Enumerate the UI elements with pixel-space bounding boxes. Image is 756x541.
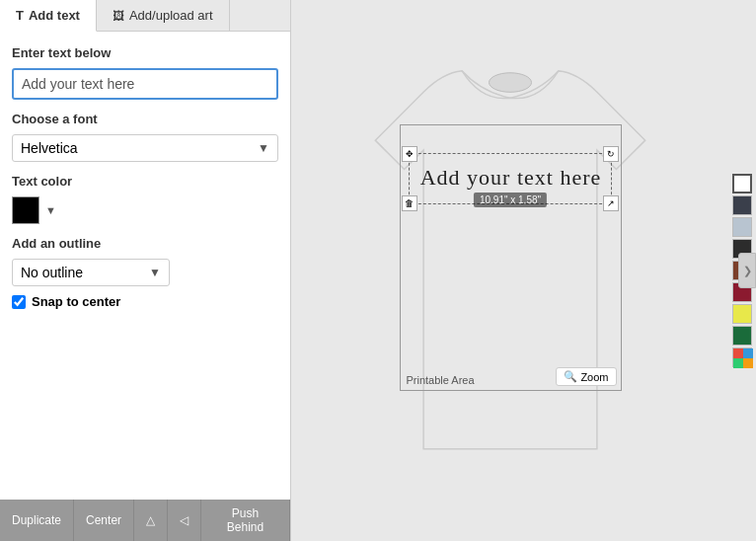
- action-bar: Duplicate Center △ ◁ Push Behind: [0, 500, 290, 541]
- svg-point-0: [489, 73, 531, 93]
- image-icon: 🖼: [113, 9, 124, 23]
- printable-area-box: ✥ ↻ 🗑 ↗ Add your text here 10.91" x 1.58…: [400, 124, 622, 391]
- flip-v-button[interactable]: ◁: [168, 500, 201, 541]
- zoom-icon: 🔍: [564, 370, 577, 383]
- tab-bar: T Add text 🖼 Add/upload art: [0, 0, 290, 32]
- push-behind-button[interactable]: Push Behind: [201, 500, 290, 541]
- flip-icon: △: [146, 513, 155, 527]
- tab-add-text-label: Add text: [29, 8, 80, 23]
- handle-scale[interactable]: ↗: [603, 195, 619, 211]
- font-select-wrapper: Helvetica Arial Times New Roman Georgia …: [12, 134, 278, 162]
- swatch-dark-gray[interactable]: [732, 195, 752, 215]
- chevron-right-icon: ❯: [743, 265, 752, 277]
- outline-select[interactable]: No outline Thin Medium Thick: [21, 265, 149, 280]
- outline-label: Add an outline: [12, 236, 278, 251]
- flip-h-button[interactable]: △: [134, 500, 168, 541]
- zoom-button[interactable]: 🔍 Zoom: [556, 367, 616, 386]
- center-button[interactable]: Center: [74, 500, 134, 541]
- swatch-yellow[interactable]: [732, 304, 752, 324]
- font-select[interactable]: Helvetica Arial Times New Roman Georgia …: [21, 140, 258, 156]
- printable-area-label: Printable Area: [407, 374, 475, 386]
- canvas-text: Add your text here: [411, 165, 612, 191]
- edge-chevron[interactable]: ❯: [738, 253, 756, 288]
- color-row: ▼: [12, 196, 278, 224]
- push-behind-label: Push Behind: [213, 506, 277, 534]
- snap-row: Snap to center: [12, 294, 278, 309]
- color-dropdown-icon[interactable]: ▼: [45, 204, 56, 216]
- swatch-multicolor[interactable]: [732, 348, 752, 367]
- panel-content: Enter text below Choose a font Helvetica…: [0, 32, 290, 319]
- snap-label: Snap to center: [32, 294, 120, 309]
- right-area: ✥ ↻ 🗑 ↗ Add your text here 10.91" x 1.58…: [291, 0, 756, 541]
- enter-text-label: Enter text below: [12, 45, 278, 60]
- tab-add-art[interactable]: 🖼 Add/upload art: [97, 0, 230, 31]
- color-swatch[interactable]: [12, 196, 39, 224]
- text-icon: T: [16, 8, 24, 23]
- center-label: Center: [86, 513, 121, 527]
- outline-select-wrapper: No outline Thin Medium Thick ▼: [12, 259, 170, 286]
- choose-font-label: Choose a font: [12, 112, 278, 126]
- tshirt-container: ✥ ↻ 🗑 ↗ Add your text here 10.91" x 1.58…: [333, 63, 688, 478]
- tab-add-art-label: Add/upload art: [129, 8, 213, 23]
- swatch-light-blue-gray[interactable]: [732, 217, 752, 237]
- left-panel: T Add text 🖼 Add/upload art Enter text b…: [0, 0, 291, 541]
- font-select-arrow-icon: ▼: [258, 141, 269, 155]
- canvas-area: ✥ ↻ 🗑 ↗ Add your text here 10.91" x 1.58…: [291, 0, 728, 541]
- swatch-green[interactable]: [732, 326, 752, 346]
- swatch-white[interactable]: [732, 174, 752, 193]
- snap-checkbox[interactable]: [12, 295, 26, 309]
- text-input[interactable]: [12, 68, 278, 100]
- tab-add-text[interactable]: T Add text: [0, 0, 97, 32]
- handle-delete[interactable]: 🗑: [402, 195, 417, 211]
- flip-v-icon: ◁: [180, 513, 189, 527]
- zoom-label: Zoom: [580, 371, 608, 383]
- size-badge: 10.91" x 1.58": [474, 193, 547, 207]
- duplicate-button[interactable]: Duplicate: [0, 500, 74, 541]
- duplicate-label: Duplicate: [12, 513, 61, 527]
- handle-rotate[interactable]: ↻: [603, 146, 619, 162]
- text-color-label: Text color: [12, 174, 278, 189]
- handle-move[interactable]: ✥: [402, 146, 417, 162]
- outline-select-arrow-icon: ▼: [149, 266, 161, 279]
